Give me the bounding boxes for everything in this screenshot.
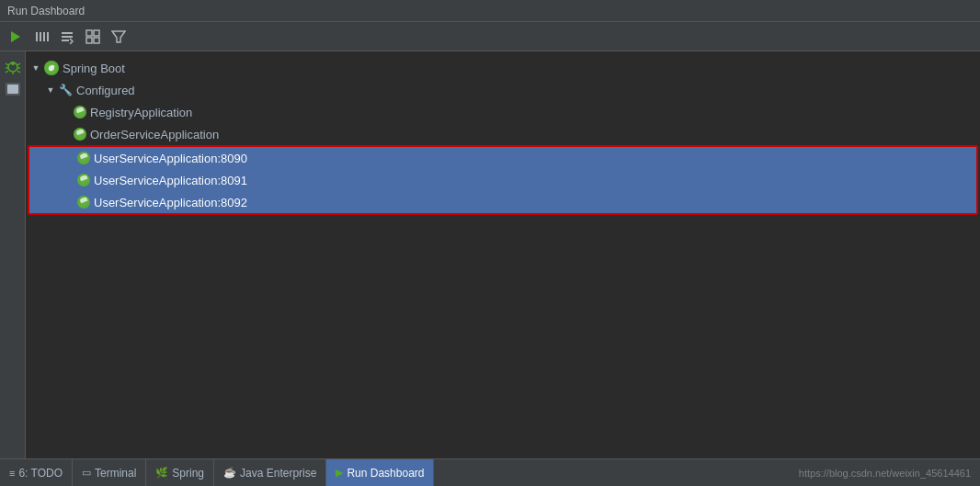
svg-line-20: [17, 71, 20, 73]
order-label: OrderServiceApplication: [90, 128, 219, 141]
spring-status-icon: 🌿: [155, 467, 168, 479]
svg-marker-12: [112, 31, 125, 42]
svg-rect-22: [7, 85, 18, 94]
tree-item-registry[interactable]: ▶ RegistryApplication: [26, 101, 980, 123]
tree-item-order[interactable]: ▶ OrderServiceApplication: [26, 123, 980, 145]
svg-rect-2: [40, 32, 41, 41]
run-button[interactable]: [6, 27, 26, 47]
layout-button[interactable]: [83, 27, 103, 47]
status-todo[interactable]: ≡ 6: TODO: [0, 459, 73, 486]
java-enterprise-label: Java Enterprise: [240, 467, 316, 480]
toolbar: [0, 22, 980, 51]
filter-button[interactable]: [108, 27, 129, 47]
registry-label: RegistryApplication: [90, 106, 192, 119]
status-run-dashboard[interactable]: ▶ Run Dashboard: [326, 459, 434, 486]
title-bar: Run Dashboard: [0, 0, 980, 22]
arrow-spring-boot: ▼: [29, 62, 42, 74]
selected-group: ▶ UserServiceApplication:8090 ▶ UserServ…: [28, 145, 978, 215]
spring-icon-8090: [77, 152, 90, 164]
user8091-label: UserServiceApplication:8091: [94, 174, 247, 187]
stop-button[interactable]: [57, 27, 77, 47]
spring-icon-8091: [77, 174, 90, 186]
stop-side-icon[interactable]: [6, 83, 20, 96]
svg-rect-11: [94, 38, 99, 43]
terminal-label: Terminal: [95, 467, 136, 480]
user8090-label: UserServiceApplication:8090: [94, 152, 247, 165]
spring-icon-registry: [74, 106, 86, 119]
svg-line-16: [17, 63, 20, 65]
status-java-enterprise[interactable]: ☕ Java Enterprise: [214, 459, 326, 486]
spring-icon-8092: [77, 196, 90, 209]
tree-item-configured[interactable]: ▼ 🔧 Configured: [26, 79, 980, 101]
tree-panel: ▼ Spring Boot ▼ 🔧 Configured ▶ RegistryA…: [26, 51, 980, 458]
main-area: ▼ Spring Boot ▼ 🔧 Configured ▶ RegistryA…: [0, 51, 980, 458]
svg-rect-10: [86, 38, 92, 43]
spring-boot-label: Spring Boot: [63, 62, 125, 75]
wrench-icon: 🔧: [59, 84, 73, 96]
user8092-label: UserServiceApplication:8092: [94, 196, 247, 209]
tree-item-spring-boot[interactable]: ▼ Spring Boot: [26, 57, 980, 79]
svg-rect-4: [47, 32, 49, 41]
svg-line-19: [6, 71, 8, 73]
svg-rect-9: [94, 30, 99, 36]
tree-item-user8090[interactable]: ▶ UserServiceApplication:8090: [29, 147, 976, 169]
svg-rect-3: [43, 32, 45, 41]
spring-icon-order: [74, 128, 86, 141]
run-dashboard-icon: ▶: [336, 467, 343, 479]
svg-line-15: [6, 63, 8, 65]
terminal-icon: ▭: [82, 467, 91, 479]
run-dashboard-label: Run Dashboard: [347, 467, 424, 480]
spring-label: Spring: [172, 467, 204, 480]
tree-item-user8091[interactable]: ▶ UserServiceApplication:8091: [29, 169, 976, 191]
configured-label: Configured: [76, 84, 135, 97]
debug-side-icon[interactable]: [4, 57, 22, 75]
status-terminal[interactable]: ▭ Terminal: [73, 459, 146, 486]
svg-marker-0: [11, 31, 20, 42]
tree-item-user8092[interactable]: ▶ UserServiceApplication:8092: [29, 191, 976, 213]
svg-rect-1: [36, 32, 38, 41]
java-icon: ☕: [223, 467, 236, 479]
status-right-url: https://blog.csdn.net/weixin_45614461: [790, 468, 980, 479]
status-bar: ≡ 6: TODO ▭ Terminal 🌿 Spring ☕ Java Ent…: [0, 458, 980, 486]
title-text: Run Dashboard: [7, 5, 85, 17]
todo-icon: ≡: [9, 468, 15, 479]
status-spring[interactable]: 🌿 Spring: [146, 459, 214, 486]
todo-label: 6: TODO: [18, 467, 63, 480]
side-icons: [0, 51, 26, 458]
svg-rect-8: [86, 30, 92, 36]
rerun-button[interactable]: [31, 27, 51, 47]
spring-boot-icon: [44, 61, 59, 75]
arrow-configured: ▼: [44, 84, 57, 96]
url-text: https://blog.csdn.net/weixin_45614461: [799, 468, 971, 479]
svg-point-14: [11, 62, 15, 65]
